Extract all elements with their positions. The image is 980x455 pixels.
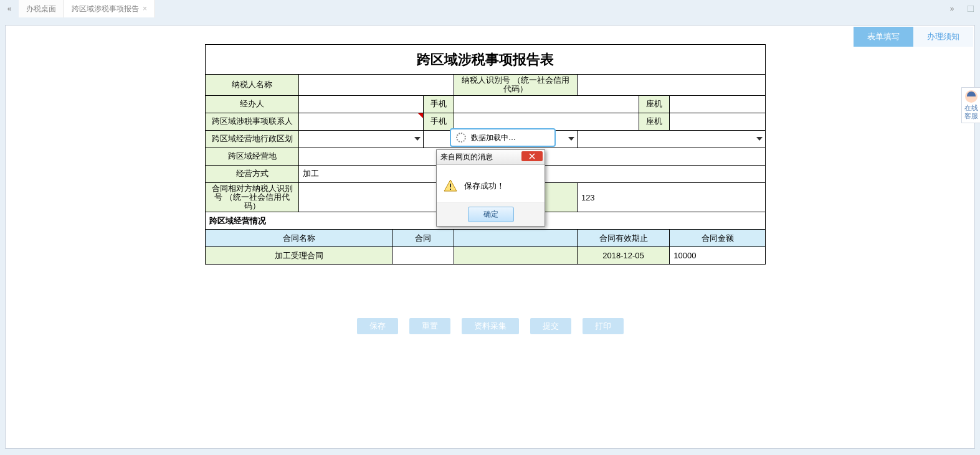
tab-label: 跨区域涉税事项报告 (72, 4, 139, 14)
tabs-scroll-right[interactable]: » (943, 0, 961, 17)
tabs-scroll-left[interactable]: « (0, 0, 19, 17)
dialog-footer: 确定 (437, 202, 545, 226)
loading-text: 数据加载中… (471, 133, 516, 143)
message-dialog: 来自网页的消息 保存成功！ 确定 (436, 149, 545, 227)
tab-desktop[interactable]: 办税桌面 (19, 0, 64, 17)
tab-close-icon[interactable]: × (143, 4, 147, 13)
window-close-button[interactable] (961, 0, 980, 17)
modal-overlay (6, 26, 974, 448)
dialog-titlebar[interactable]: 来自网页的消息 (437, 150, 545, 165)
svg-rect-2 (450, 189, 451, 190)
close-icon (529, 153, 535, 159)
tab-report[interactable]: 跨区域涉税事项报告 × (64, 0, 155, 17)
dialog-body: 保存成功！ (437, 165, 545, 202)
close-icon (968, 6, 974, 12)
online-service-label: 在线客服 (963, 104, 979, 120)
warning-icon (443, 179, 458, 194)
tab-list: 办税桌面 跨区域涉税事项报告 × (19, 0, 943, 17)
agent-avatar-icon (965, 90, 978, 103)
dialog-close-button[interactable] (521, 151, 543, 161)
workspace-panel: 表单填写 办理须知 跨区域涉税事项报告表 纳税人名称 纳税人识别号 （统一社会信… (5, 25, 975, 449)
spinner-icon (456, 133, 466, 143)
tab-label: 办税桌面 (26, 4, 56, 14)
dialog-ok-button[interactable]: 确定 (468, 207, 514, 222)
svg-rect-0 (968, 6, 974, 12)
app-tab-bar: « 办税桌面 跨区域涉税事项报告 × » (0, 0, 980, 17)
online-service-tab[interactable]: 在线客服 (961, 87, 980, 123)
dialog-message: 保存成功！ (464, 181, 505, 192)
dialog-title: 来自网页的消息 (440, 152, 493, 162)
loading-popover: 数据加载中… (450, 128, 556, 147)
svg-rect-1 (450, 184, 451, 187)
